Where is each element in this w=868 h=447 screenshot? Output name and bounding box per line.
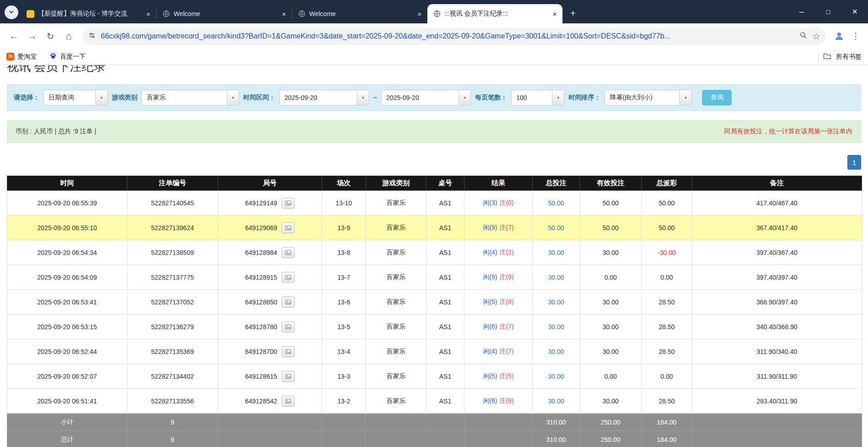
browser-menu-icon[interactable]	[849, 28, 863, 44]
cell-payout: 0.00	[642, 364, 692, 389]
cell-time: 2025-09-20 06:55:10	[7, 215, 127, 240]
page-size-select[interactable]: 100	[511, 90, 564, 105]
cell-game-type: 百家乐	[366, 364, 426, 389]
total-bet-link[interactable]: 30.00	[548, 348, 564, 355]
cell-payout: 50.00	[642, 191, 692, 215]
total-bet-link[interactable]: 30.00	[548, 249, 564, 256]
date-end-value: 2025-09-20	[382, 90, 459, 105]
date-end-select[interactable]: 2025-09-20	[381, 90, 471, 105]
header-time: 时间	[7, 176, 127, 191]
all-bookmarks[interactable]: 所有书签	[818, 52, 862, 61]
search-button[interactable]: 查询	[702, 90, 732, 105]
round-detail-button[interactable]	[282, 272, 295, 283]
home-button[interactable]	[60, 28, 77, 44]
total-bet-link[interactable]: 30.00	[548, 373, 564, 380]
total-bet-link[interactable]: 30.00	[548, 397, 564, 405]
result-player: 闲(6)	[483, 397, 497, 404]
page-title: 视讯 会员下注纪录	[7, 65, 861, 75]
dropdown-arrow-icon[interactable]	[679, 90, 691, 105]
round-detail-button[interactable]	[282, 297, 295, 308]
close-tab-icon[interactable]	[280, 10, 288, 18]
forward-button[interactable]	[24, 28, 40, 44]
date-start-select[interactable]: 2025-09-20	[279, 90, 369, 105]
result-banker: 庄(7)	[500, 323, 514, 330]
cell-bet-id: 522827139624	[127, 215, 218, 240]
cell-table: AS1	[426, 364, 464, 389]
tab-welcome-2[interactable]: Welcome	[292, 4, 427, 23]
dropdown-arrow-icon[interactable]	[459, 90, 470, 105]
dropdown-arrow-icon[interactable]	[357, 90, 369, 105]
result-player: 闲(6)	[483, 323, 497, 330]
query-type-value: 日期查询	[44, 90, 95, 105]
cell-total-bet: 30.00	[533, 290, 580, 315]
header-payout: 总派彩	[642, 176, 692, 191]
result-banker: 庄(7)	[500, 348, 514, 355]
round-detail-button[interactable]	[282, 371, 295, 382]
table-row: 2025-09-20 06:51:41 522827133556 6491285…	[7, 389, 862, 414]
round-detail-button[interactable]	[282, 247, 295, 258]
cell-payout: -30.00	[642, 240, 692, 265]
sort-label: 时间排序：	[568, 94, 601, 102]
cell-valid-bet: 0.00	[580, 364, 642, 389]
minimize-button[interactable]	[788, 0, 815, 23]
sort-select[interactable]: 降幂(由大到小)	[605, 90, 692, 105]
tab-forum[interactable]: 【新提醒】海燕论坛 - 博学交流	[21, 4, 156, 23]
page-button-1[interactable]: 1	[847, 155, 861, 170]
profile-avatar[interactable]	[831, 28, 847, 44]
dropdown-arrow-icon[interactable]	[95, 90, 107, 105]
total-bet-link[interactable]: 50.00	[548, 224, 564, 232]
address-bar[interactable]: 66cxkj98.com/game/betrecord_search/kind3…	[82, 28, 826, 45]
round-detail-button[interactable]	[282, 198, 295, 209]
subtotal-valid-bet: 250.00	[580, 414, 642, 431]
round-detail-button[interactable]	[282, 346, 295, 357]
query-type-select[interactable]: 日期查询	[44, 90, 108, 105]
close-tab-icon[interactable]	[415, 10, 424, 18]
table-row: 2025-09-20 06:52:07 522827134402 6491286…	[7, 364, 862, 389]
round-detail-button[interactable]	[282, 222, 295, 233]
close-window-button[interactable]	[841, 0, 868, 23]
close-tab-icon[interactable]	[144, 10, 153, 18]
round-detail-button[interactable]	[282, 396, 295, 407]
folder-icon	[823, 52, 831, 61]
tab-bet-records-active[interactable]: :::视讯 会员下注纪录:::	[427, 4, 562, 23]
url-text[interactable]: 66cxkj98.com/game/betrecord_search/kind3…	[101, 32, 795, 40]
bookmark-taobao[interactable]: 爱淘宝	[6, 53, 37, 61]
back-button[interactable]	[5, 28, 22, 44]
cell-result: 闲(5)庄(5)	[464, 364, 533, 389]
reload-button[interactable]	[42, 28, 59, 44]
cell-valid-bet: 30.00	[580, 315, 642, 339]
tab-welcome-1[interactable]: Welcome	[157, 4, 292, 23]
maximize-button[interactable]	[815, 0, 841, 23]
dropdown-arrow-icon[interactable]	[552, 90, 564, 105]
cell-payout: 28.50	[642, 389, 692, 414]
cell-payout: 50.00	[642, 215, 692, 240]
cell-total-bet: 30.00	[533, 315, 580, 339]
site-info-icon[interactable]	[88, 31, 96, 41]
total-bet-link[interactable]: 30.00	[548, 323, 564, 331]
total-bet-link[interactable]: 50.00	[548, 199, 564, 207]
round-number: 649128615	[245, 373, 277, 380]
bookmark-star-icon[interactable]	[812, 31, 820, 42]
cell-table: AS1	[426, 191, 464, 215]
cell-round: 649129069	[218, 215, 322, 240]
total-bet-link[interactable]: 30.00	[548, 274, 564, 281]
cell-result: 闲(3)庄(0)	[464, 191, 533, 215]
cell-round: 649128850	[218, 290, 322, 315]
tab-search-button[interactable]	[5, 6, 18, 19]
dropdown-arrow-icon[interactable]	[227, 90, 239, 105]
result-banker: 庄(8)	[500, 397, 514, 404]
cell-payout: 0.00	[642, 265, 692, 290]
zoom-icon[interactable]	[799, 31, 808, 41]
cell-valid-bet: 30.00	[580, 389, 642, 414]
new-tab-button[interactable]	[566, 6, 580, 20]
header-session: 场次	[322, 176, 366, 191]
total-bet-link[interactable]: 30.00	[548, 298, 564, 306]
game-type-select[interactable]: 百家乐	[142, 90, 239, 105]
cell-note: 397.40/397.40	[692, 265, 862, 290]
round-detail-button[interactable]	[282, 321, 295, 332]
cell-round: 649128700	[218, 339, 322, 364]
cell-table: AS1	[426, 339, 464, 364]
close-tab-icon[interactable]	[551, 10, 559, 18]
bookmark-baidu[interactable]: 百度一下	[49, 52, 86, 61]
cell-result: 闲(6)庄(8)	[464, 389, 533, 414]
